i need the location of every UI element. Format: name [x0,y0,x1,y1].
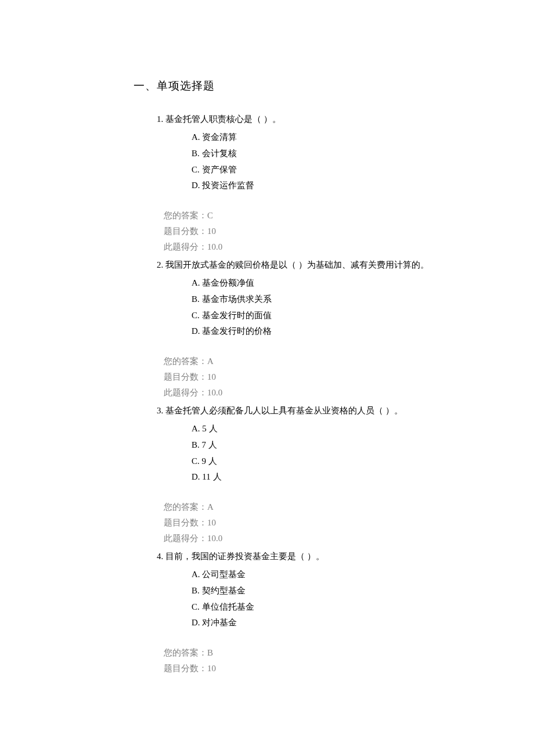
question-stem: 基金托管人职责核心是（ ）。 [165,114,281,124]
answer-block: 您的答案：A 题目分数：10 此题得分：10.0 [164,499,499,546]
question-points: 题目分数：10 [164,224,499,239]
question-number: 2. [157,260,163,269]
question-number: 4. [157,552,163,561]
your-answer: 您的答案：C [164,208,499,224]
option-item: C. 单位信托基金 [192,599,499,615]
option-item: B. 会计复核 [192,146,499,162]
question-text: 4. 目前，我国的证券投资基金主要是（ ）。 [157,549,435,564]
option-label: A. [192,278,200,287]
your-answer: 您的答案：A [164,499,499,515]
options-list: A. 5 人 B. 7 人 C. 9 人 D. 11 人 [192,421,499,485]
question-stem: 目前，我国的证券投资基金主要是（ ）。 [165,552,324,561]
question-text: 1. 基金托管人职责核心是（ ）。 [157,111,435,127]
option-item: A. 资金清算 [192,129,499,146]
option-item: B. 契约型基金 [192,583,499,599]
option-text: 资金清算 [202,132,237,142]
option-item: C. 资产保管 [192,162,499,178]
option-label: C. [192,311,200,320]
option-item: C. 9 人 [192,453,499,470]
score-earned: 此题得分：10.0 [164,385,499,401]
question-points: 题目分数：10 [164,661,499,676]
option-text: 基金市场供求关系 [202,294,272,304]
section-title: 一、单项选择题 [134,75,499,96]
answer-block: 您的答案：C 题目分数：10 此题得分：10.0 [164,208,499,255]
options-list: A. 公司型基金 B. 契约型基金 C. 单位信托基金 D. 对冲基金 [192,567,499,631]
options-list: A. 资金清算 B. 会计复核 C. 资产保管 D. 投资运作监督 [192,129,499,194]
option-text: 契约型基金 [202,586,246,595]
answer-block: 您的答案：B 题目分数：10 [164,645,499,676]
option-item: D. 基金发行时的价格 [192,323,499,340]
option-text: 公司型基金 [202,570,246,579]
question-text: 2. 我国开放式基金的赎回价格是以（ ）为基础加、减有关费用计算的。 [157,257,435,273]
document-page: 一、单项选择题 1. 基金托管人职责核心是（ ）。 A. 资金清算 B. 会计复… [0,0,534,714]
option-label: C. [192,456,200,466]
option-label: A. [192,424,200,433]
your-answer: 您的答案：B [164,645,499,661]
option-text: 资产保管 [202,165,237,174]
option-text: 会计复核 [202,149,237,158]
option-text: 对冲基金 [202,618,237,627]
option-item: A. 5 人 [192,421,499,437]
option-label: B. [192,149,200,158]
option-item: D. 11 人 [192,469,499,485]
question-stem: 我国开放式基金的赎回价格是以（ ）为基础加、减有关费用计算的。 [165,260,429,269]
option-text: 5 人 [202,424,217,433]
option-item: A. 基金份额净值 [192,275,499,291]
question-points: 题目分数：10 [164,515,499,531]
option-label: D. [192,472,200,481]
option-label: B. [192,294,200,304]
option-label: D. [192,326,200,336]
options-list: A. 基金份额净值 B. 基金市场供求关系 C. 基金发行时的面值 D. 基金发… [192,275,499,340]
option-label: A. [192,132,200,142]
question-points: 题目分数：10 [164,369,499,385]
option-text: 7 人 [202,440,217,449]
option-text: 基金份额净值 [202,278,254,287]
question-text: 3. 基金托管人必须配备几人以上具有基金从业资格的人员（ ）。 [157,403,435,419]
option-label: C. [192,602,200,611]
question-stem: 基金托管人必须配备几人以上具有基金从业资格的人员（ ）。 [165,406,403,415]
your-answer: 您的答案：A [164,354,499,369]
option-text: 11 人 [202,472,221,481]
option-item: C. 基金发行时的面值 [192,308,499,324]
option-text: 基金发行时的价格 [202,326,272,336]
score-earned: 此题得分：10.0 [164,239,499,255]
option-item: D. 投资运作监督 [192,178,499,194]
option-text: 基金发行时的面值 [202,311,272,320]
option-label: D. [192,181,200,190]
option-text: 投资运作监督 [202,181,254,190]
option-label: B. [192,440,200,449]
option-label: B. [192,586,200,595]
option-label: A. [192,570,200,579]
question-number: 1. [157,114,163,124]
score-earned: 此题得分：10.0 [164,531,499,546]
question-number: 3. [157,406,163,415]
option-item: A. 公司型基金 [192,567,499,583]
option-text: 9 人 [202,456,217,466]
option-label: D. [192,618,200,627]
option-text: 单位信托基金 [202,602,254,611]
answer-block: 您的答案：A 题目分数：10 此题得分：10.0 [164,354,499,401]
option-item: D. 对冲基金 [192,615,499,631]
option-label: C. [192,165,200,174]
option-item: B. 7 人 [192,437,499,453]
option-item: B. 基金市场供求关系 [192,291,499,308]
